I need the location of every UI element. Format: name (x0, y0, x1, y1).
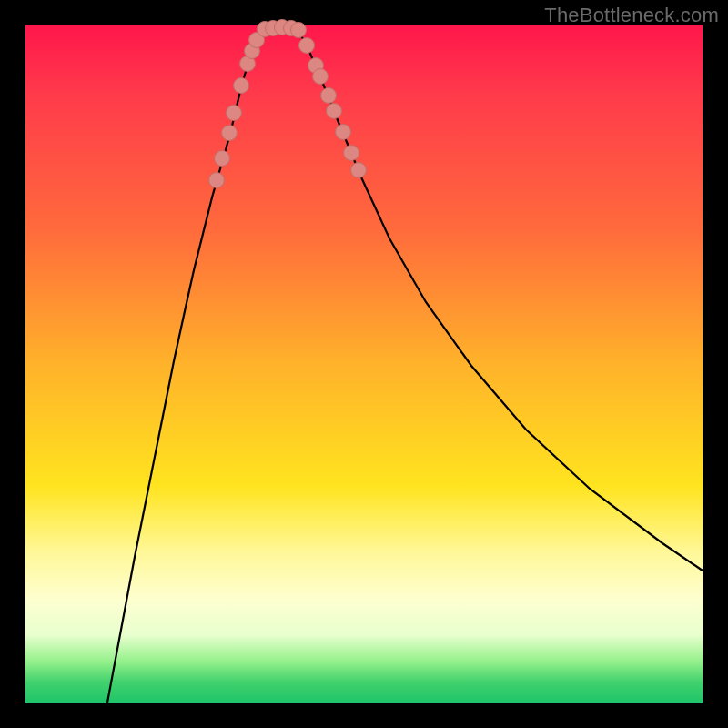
plot-area (25, 25, 703, 703)
bottleneck-curve (107, 27, 703, 703)
data-point-marker (222, 126, 238, 141)
data-point-marker (327, 104, 342, 119)
data-point-marker (291, 23, 307, 38)
data-point-marker (313, 69, 329, 85)
data-point-marker (215, 151, 230, 167)
data-point-marker (227, 106, 242, 121)
data-point-marker (344, 146, 359, 161)
chart-frame: TheBottleneck.com (0, 0, 728, 728)
data-point-marker (209, 173, 225, 188)
data-point-marker (234, 78, 249, 94)
watermark-text: TheBottleneck.com (544, 4, 719, 27)
data-point-marker (336, 125, 351, 140)
data-point-marker (321, 88, 337, 104)
chart-svg (25, 25, 703, 703)
data-point-marker (351, 163, 367, 178)
data-point-marker (299, 38, 315, 54)
